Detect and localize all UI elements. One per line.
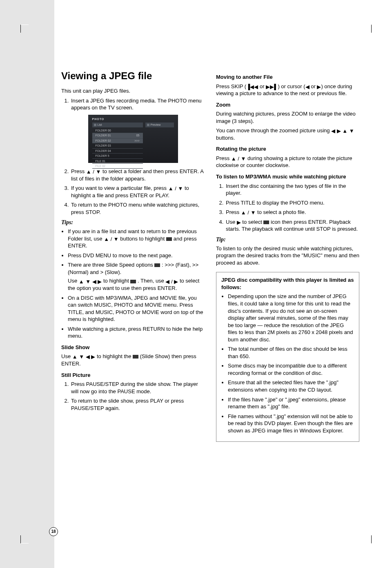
photo-menu-screenshot: PHOTO List FOLDER 00 FOLDER 0105 FOLDER … xyxy=(88,115,178,163)
ss-row: FILE 02 xyxy=(92,164,143,169)
slide-show-text: Use ▲ ▼ ◀ ▶ to highlight the (Slide Show… xyxy=(61,353,205,367)
tips-heading: Tips: xyxy=(61,219,205,227)
page-number: 18 xyxy=(49,527,58,536)
ss-row: FOLDER 02>>> xyxy=(92,138,143,143)
main-steps-cont: Press ▲ / ▼ to select a folder and then … xyxy=(61,168,205,216)
updown-icon: ▲ / ▼ xyxy=(86,169,101,174)
mp3-heading: To listen to MP3/WMA music while watchin… xyxy=(216,173,359,180)
step-1: Insert a JPEG files recording media. The… xyxy=(70,97,205,111)
ss-preview-header: Preview xyxy=(145,123,174,127)
moving-file-heading: Moving to another File xyxy=(216,74,359,81)
ss-row: FOLDER 03 xyxy=(92,143,143,148)
tip-item: While watching a picture, press RETURN t… xyxy=(68,325,205,340)
step-2: Press ▲ / ▼ to select a folder and then … xyxy=(70,168,205,182)
box-list: Depending upon the size and the number o… xyxy=(221,293,354,434)
tip-item: If you are in a file list and want to re… xyxy=(68,228,205,249)
page-sidebar xyxy=(0,0,54,568)
crop-mark xyxy=(20,25,29,33)
step-4: To return to the PHOTO menu while watchi… xyxy=(70,201,205,216)
box-item: Ensure that all the selected files have … xyxy=(228,379,354,393)
still-picture-heading: Still Picture xyxy=(61,372,205,379)
tip-heading: Tip: xyxy=(216,236,359,244)
ss-row: FOLDER 0105 xyxy=(92,133,143,138)
still-step: Press PAUSE/STEP during the slide show. … xyxy=(70,381,205,395)
leftright-icon: ◀ / ▶ xyxy=(165,279,178,284)
updown-icon: ▲ / ▼ xyxy=(168,186,183,191)
skip-prev-icon: ▐◀◀ xyxy=(246,84,258,89)
box-heading: JPEG disc compatibility with this player… xyxy=(221,276,354,291)
zoom-text-1: During watching pictures, press ZOOM to … xyxy=(216,110,359,125)
speed-icon xyxy=(130,280,136,283)
crop-mark xyxy=(363,535,372,543)
rotate-heading: Rotating the picture xyxy=(216,145,359,153)
compatibility-box: JPEG disc compatibility with this player… xyxy=(216,272,359,442)
all-directions-icon: ▲ ▼ ◀ ▶ xyxy=(79,279,102,284)
skip-next-icon: ▶▶▌ xyxy=(266,84,278,89)
mp3-step: Insert the disc containing the two types… xyxy=(225,183,359,197)
ss-row: FILE 01 xyxy=(92,159,143,164)
intro-text: This unit can play JPEG files. xyxy=(61,87,205,95)
mp3-step: Press ▲ / ▼ to select a photo file. xyxy=(225,209,359,216)
tip-item: Press DVD MENU to move to the next page. xyxy=(68,252,205,259)
tip-body: To listen to only the desired music whil… xyxy=(216,245,359,267)
updown-icon: ▲ / ▼ xyxy=(231,156,246,161)
ss-row: FOLDER 00 xyxy=(92,128,143,133)
box-item: The total number of files on the disc sh… xyxy=(228,345,354,360)
slide-show-heading: Slide Show xyxy=(61,344,205,351)
box-item: Depending upon the size and the number o… xyxy=(228,293,354,343)
folder-up-icon xyxy=(166,237,172,241)
manual-page: Viewing a JPEG file This unit can play J… xyxy=(0,0,392,568)
updown-icon: ▲ / ▼ xyxy=(241,210,256,215)
left-column: Viewing a JPEG file This unit can play J… xyxy=(61,69,205,442)
right-icon: ▶ xyxy=(237,220,241,225)
crop-mark xyxy=(363,25,372,33)
main-steps: Insert a JPEG files recording media. The… xyxy=(61,97,205,111)
tip-item: On a DISC with MP3/WMA, JPEG and MOVIE f… xyxy=(68,294,205,323)
still-steps: Press PAUSE/STEP during the slide show. … xyxy=(61,381,205,412)
tips-list: If you are in a file list and want to re… xyxy=(61,228,205,340)
tip-item: There are three Slide Speed options : >>… xyxy=(68,261,205,292)
ss-list-header: List xyxy=(92,123,143,127)
box-item: If the files have ".jpe" or ".jpeg" exte… xyxy=(228,396,354,410)
slideshow-icon xyxy=(133,355,138,359)
step-3: If you want to view a particular file, p… xyxy=(70,185,205,199)
still-step: To return to the slide show, press PLAY … xyxy=(70,397,205,412)
zoom-text-2: You can move through the zoomed picture … xyxy=(216,127,359,141)
ss-row: FOLDER 04 xyxy=(92,149,143,154)
box-item: Some discs may be incompatible due to a … xyxy=(228,362,354,376)
moving-file-text: Press SKIP (▐◀◀ or ▶▶▌) or cursor (◀ or … xyxy=(216,83,359,97)
updown-icon: ▲ / ▼ xyxy=(104,236,119,242)
zoom-heading: Zoom xyxy=(216,101,359,109)
ss-row: FOLDER 5 xyxy=(92,154,143,158)
mp3-step: Use ▶ to select icon then press ENTER. P… xyxy=(225,218,359,233)
mp3-steps: Insert the disc containing the two types… xyxy=(216,183,359,233)
all-directions-icon: ▲ ▼ ◀ ▶ xyxy=(72,354,96,359)
page-title: Viewing a JPEG file xyxy=(61,69,205,82)
left-icon: ◀ xyxy=(305,84,310,89)
lrud-icon: ◀ ▶ ▲ ▼ xyxy=(331,128,354,134)
right-icon: ▶ xyxy=(317,84,321,89)
content-columns: Viewing a JPEG file This unit can play J… xyxy=(61,69,359,442)
ss-title: PHOTO xyxy=(92,117,174,121)
mp3-step: Press TITLE to display the PHOTO menu. xyxy=(225,199,359,207)
music-icon xyxy=(263,221,269,224)
rotate-text: Press ▲ / ▼ during showing a picture to … xyxy=(216,155,359,169)
crop-mark xyxy=(20,535,29,543)
right-column: Moving to another File Press SKIP (▐◀◀ o… xyxy=(216,69,359,442)
speed-icon xyxy=(154,263,160,267)
box-item: File names without ".jpg" extension will… xyxy=(228,413,354,434)
